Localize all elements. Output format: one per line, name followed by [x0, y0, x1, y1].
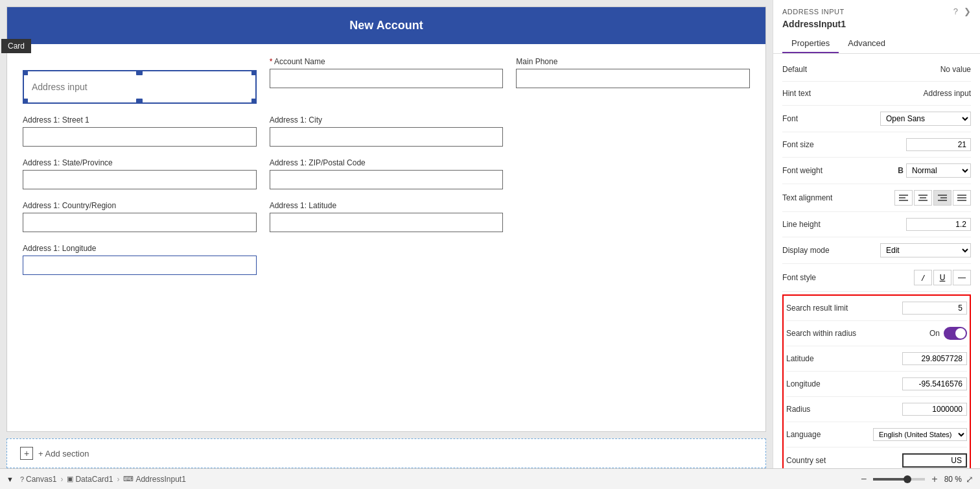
zoom-percent-label: 80 % — [944, 475, 962, 484]
nav-dropdown-icon[interactable]: ▼ — [6, 475, 14, 483]
field-address-city-label: Address 1: City — [270, 115, 504, 125]
field-address-input — [23, 57, 257, 104]
add-section-icon: + — [20, 447, 33, 460]
card-tab[interactable]: Card — [1, 39, 31, 53]
prop-font-size-input[interactable] — [906, 138, 971, 151]
field-address-city: Address 1: City — [270, 115, 504, 147]
prop-display-mode-select[interactable]: Edit View Disabled — [880, 243, 971, 257]
handle-tr[interactable] — [251, 70, 257, 75]
handle-bm[interactable] — [136, 99, 143, 104]
align-left-btn[interactable] — [894, 190, 913, 206]
prop-default: Default No value — [782, 60, 971, 78]
zoom-controls: − + 80 % ⤢ — [858, 473, 974, 485]
prop-font-weight: Font weight B Normal Bold — [782, 160, 971, 181]
prop-search-within-radius: Search within radius On — [786, 324, 967, 343]
form-body: Account Name Main Phone — [7, 44, 765, 300]
align-center-btn[interactable] — [914, 190, 932, 206]
prop-line-height: Line height — [782, 215, 971, 234]
field-main-phone: Main Phone — [516, 57, 750, 104]
prop-line-height-input[interactable] — [906, 218, 971, 231]
form-title: New Account — [7, 7, 765, 44]
field-address-street1-label: Address 1: Street 1 — [23, 115, 257, 125]
handle-tm[interactable] — [136, 70, 143, 75]
prop-radius-label: Radius — [786, 405, 858, 414]
address-city-input[interactable] — [270, 127, 504, 147]
add-section-label: + Add section — [38, 449, 89, 459]
tab-advanced[interactable]: Advanced — [839, 34, 894, 53]
breadcrumb-addressinput1[interactable]: AddressInput1 — [135, 475, 185, 484]
handle-bl[interactable] — [23, 99, 28, 104]
panel-body: Default No value Hint text Address input… — [773, 54, 980, 468]
prop-country-set-label: Country set — [786, 456, 858, 465]
address-latitude-input[interactable] — [270, 213, 504, 232]
prop-font-label: Font — [782, 114, 854, 123]
prop-font-select[interactable]: Open Sans — [880, 112, 971, 126]
account-name-input[interactable] — [270, 69, 504, 88]
main-phone-input[interactable] — [516, 69, 750, 88]
align-buttons — [894, 190, 971, 206]
address-zip-input[interactable] — [270, 170, 504, 189]
address-longitude-input[interactable] — [23, 256, 257, 275]
search-within-radius-toggle[interactable] — [944, 327, 967, 340]
field-address-longitude-label: Address 1: Longitude — [23, 244, 257, 253]
prop-font-style: Font style / U — — [782, 267, 971, 289]
align-right-btn[interactable] — [933, 190, 951, 206]
prop-text-alignment: Text alignment — [782, 187, 971, 209]
align-justify-btn[interactable] — [953, 190, 971, 206]
prop-display-mode-label: Display mode — [782, 246, 854, 255]
address-country-input[interactable] — [23, 213, 257, 232]
prop-display-mode: Display mode Edit View Disabled — [782, 240, 971, 261]
field-address-zip-label: Address 1: ZIP/Postal Code — [270, 158, 504, 167]
right-panel: ADDRESS INPUT ? ❯ AddressInput1 Properti… — [773, 0, 980, 468]
address-state-input[interactable] — [23, 170, 257, 189]
prop-line-height-label: Line height — [782, 220, 854, 229]
bottom-bar: ▼ ? Canvas1 › ▣ DataCard1 › ⌨ AddressInp… — [0, 468, 980, 489]
prop-default-value: No value — [854, 65, 971, 74]
help-icon[interactable]: ? — [953, 6, 959, 16]
font-style-italic-btn[interactable]: / — [914, 270, 932, 285]
prop-latitude-input[interactable] — [902, 352, 967, 365]
prop-text-alignment-label: Text alignment — [782, 193, 854, 202]
tab-properties[interactable]: Properties — [782, 34, 839, 53]
breadcrumb-datacard1[interactable]: DataCard1 — [75, 475, 113, 484]
form-card: New Account Account Name Main Phone — [6, 6, 766, 432]
prop-search-result-limit-input[interactable] — [902, 302, 967, 315]
prop-country-set-input[interactable] — [902, 453, 967, 468]
field-address-latitude: Address 1: Latitude — [270, 201, 504, 232]
prop-font-size: Font size — [782, 135, 971, 154]
add-section[interactable]: + + Add section — [6, 438, 766, 468]
zoom-minus-btn[interactable]: − — [858, 473, 869, 485]
datacard-icon: ▣ — [67, 475, 73, 483]
field-account-name-label: Account Name — [270, 57, 504, 66]
prop-radius-input[interactable] — [902, 403, 967, 416]
search-within-radius-on-label: On — [929, 329, 940, 338]
font-style-strikethrough-btn[interactable]: — — [953, 270, 971, 285]
font-style-underline-btn[interactable]: U — [933, 270, 951, 285]
expand-btn[interactable]: ⤢ — [966, 474, 974, 484]
prop-font-style-label: Font style — [782, 273, 854, 282]
prop-latitude-label: Latitude — [786, 354, 858, 363]
panel-tabs: Properties Advanced — [782, 34, 971, 53]
prop-language-select[interactable]: English (United States) — [873, 428, 967, 441]
zoom-plus-btn[interactable]: + — [929, 473, 940, 485]
prop-latitude: Latitude — [786, 349, 967, 368]
prop-search-result-limit-label: Search result limit — [786, 304, 858, 313]
zoom-slider[interactable] — [873, 478, 925, 481]
breadcrumb-canvas1[interactable]: Canvas1 — [26, 475, 56, 484]
panel-arrow-icon[interactable]: ❯ — [964, 6, 972, 16]
field-address-street1: Address 1: Street 1 — [23, 115, 257, 147]
address-street1-input[interactable] — [23, 127, 257, 147]
prop-font: Font Open Sans — [782, 108, 971, 129]
canvas-icon: ? — [20, 475, 24, 483]
prop-country-set: Country set — [786, 450, 967, 468]
field-account-name: Account Name — [270, 57, 504, 104]
zoom-slider-thumb[interactable] — [904, 475, 911, 483]
panel-header: ADDRESS INPUT ? ❯ AddressInput1 Properti… — [773, 0, 980, 54]
handle-tl[interactable] — [23, 70, 28, 75]
prop-default-label: Default — [782, 65, 854, 74]
font-style-buttons: / U — — [914, 270, 971, 285]
field-main-phone-label: Main Phone — [516, 57, 750, 66]
handle-br[interactable] — [251, 99, 257, 104]
prop-longitude-input[interactable] — [902, 377, 967, 390]
prop-font-weight-select[interactable]: Normal Bold — [906, 163, 971, 178]
